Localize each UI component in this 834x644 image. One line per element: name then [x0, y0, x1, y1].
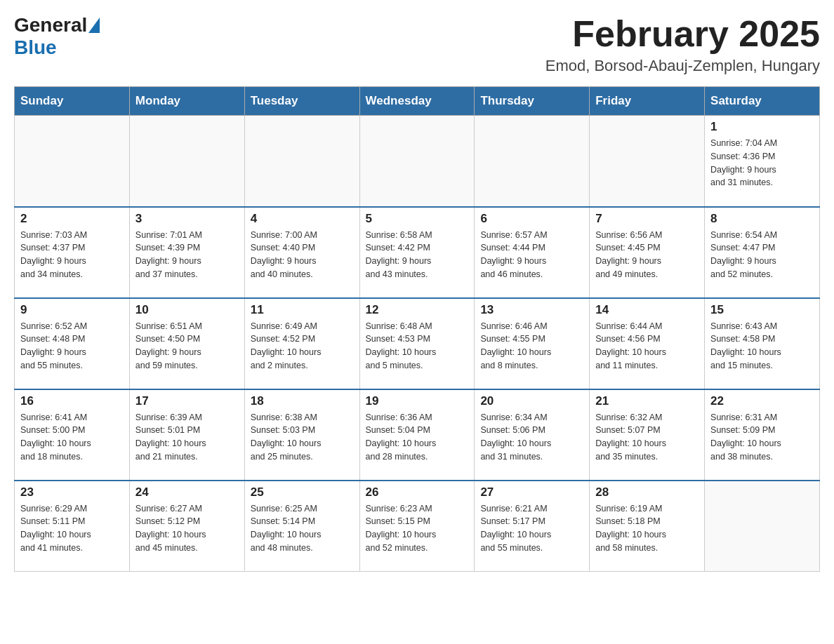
day-number: 3 [135, 212, 239, 226]
day-number: 6 [480, 212, 583, 226]
day-info: Sunrise: 6:43 AM Sunset: 4:58 PM Dayligh… [710, 320, 814, 373]
day-number: 15 [710, 303, 814, 317]
calendar-day-cell: 18Sunrise: 6:38 AM Sunset: 5:03 PM Dayli… [244, 389, 359, 481]
calendar-day-cell: 13Sunrise: 6:46 AM Sunset: 4:55 PM Dayli… [475, 298, 590, 389]
calendar-day-cell: 6Sunrise: 6:57 AM Sunset: 4:44 PM Daylig… [475, 207, 590, 298]
day-info: Sunrise: 6:58 AM Sunset: 4:42 PM Dayligh… [366, 229, 469, 281]
calendar-day-cell: 17Sunrise: 6:39 AM Sunset: 5:01 PM Dayli… [129, 389, 244, 481]
day-info: Sunrise: 6:52 AM Sunset: 4:48 PM Dayligh… [20, 320, 124, 373]
calendar-day-cell: 1Sunrise: 7:04 AM Sunset: 4:36 PM Daylig… [705, 116, 820, 207]
calendar-day-cell [590, 116, 705, 207]
calendar-day-cell: 21Sunrise: 6:32 AM Sunset: 5:07 PM Dayli… [590, 389, 705, 481]
day-number: 16 [20, 394, 124, 408]
day-info: Sunrise: 7:00 AM Sunset: 4:40 PM Dayligh… [251, 229, 354, 281]
day-info: Sunrise: 6:48 AM Sunset: 4:53 PM Dayligh… [366, 320, 469, 373]
calendar-day-header: Sunday [15, 87, 130, 116]
day-number: 8 [710, 212, 814, 226]
day-number: 22 [710, 394, 814, 408]
page-header: General Blue February 2025 Emod, Borsod-… [14, 14, 820, 75]
day-info: Sunrise: 6:31 AM Sunset: 5:09 PM Dayligh… [710, 411, 814, 464]
calendar-day-header: Monday [129, 87, 244, 116]
day-number: 18 [251, 394, 354, 408]
day-info: Sunrise: 7:04 AM Sunset: 4:36 PM Dayligh… [710, 137, 814, 189]
day-info: Sunrise: 6:34 AM Sunset: 5:06 PM Dayligh… [480, 411, 583, 464]
day-number: 25 [251, 485, 354, 499]
calendar-day-cell: 24Sunrise: 6:27 AM Sunset: 5:12 PM Dayli… [129, 481, 244, 572]
day-number: 7 [595, 212, 699, 226]
calendar-day-cell: 10Sunrise: 6:51 AM Sunset: 4:50 PM Dayli… [129, 298, 244, 389]
day-info: Sunrise: 6:44 AM Sunset: 4:56 PM Dayligh… [595, 320, 699, 373]
calendar-day-cell: 23Sunrise: 6:29 AM Sunset: 5:11 PM Dayli… [15, 481, 130, 572]
day-info: Sunrise: 6:19 AM Sunset: 5:18 PM Dayligh… [595, 502, 699, 555]
calendar-day-header: Tuesday [244, 87, 359, 116]
day-number: 10 [135, 303, 239, 317]
day-number: 9 [20, 303, 124, 317]
day-number: 19 [366, 394, 469, 408]
location-title: Emod, Borsod-Abauj-Zemplen, Hungary [545, 57, 820, 75]
day-info: Sunrise: 6:51 AM Sunset: 4:50 PM Dayligh… [135, 320, 239, 373]
day-number: 17 [135, 394, 239, 408]
day-number: 28 [595, 485, 699, 499]
day-info: Sunrise: 6:54 AM Sunset: 4:47 PM Dayligh… [710, 229, 814, 281]
calendar-day-cell: 4Sunrise: 7:00 AM Sunset: 4:40 PM Daylig… [244, 207, 359, 298]
day-info: Sunrise: 6:23 AM Sunset: 5:15 PM Dayligh… [366, 502, 469, 555]
calendar-day-cell: 27Sunrise: 6:21 AM Sunset: 5:17 PM Dayli… [475, 481, 590, 572]
calendar-day-cell: 20Sunrise: 6:34 AM Sunset: 5:06 PM Dayli… [475, 389, 590, 481]
calendar-day-cell: 5Sunrise: 6:58 AM Sunset: 4:42 PM Daylig… [359, 207, 475, 298]
calendar-day-cell: 9Sunrise: 6:52 AM Sunset: 4:48 PM Daylig… [15, 298, 130, 389]
day-number: 4 [251, 212, 354, 226]
day-info: Sunrise: 6:36 AM Sunset: 5:04 PM Dayligh… [366, 411, 469, 464]
day-info: Sunrise: 6:56 AM Sunset: 4:45 PM Dayligh… [595, 229, 699, 281]
logo-general-text: General [14, 14, 87, 36]
day-number: 5 [366, 212, 469, 226]
calendar-week-row: 1Sunrise: 7:04 AM Sunset: 4:36 PM Daylig… [15, 116, 820, 207]
day-number: 23 [20, 485, 124, 499]
day-info: Sunrise: 6:49 AM Sunset: 4:52 PM Dayligh… [251, 320, 354, 373]
calendar-day-cell: 22Sunrise: 6:31 AM Sunset: 5:09 PM Dayli… [705, 389, 820, 481]
day-number: 20 [480, 394, 583, 408]
day-info: Sunrise: 6:32 AM Sunset: 5:07 PM Dayligh… [595, 411, 699, 464]
calendar-day-cell: 25Sunrise: 6:25 AM Sunset: 5:14 PM Dayli… [244, 481, 359, 572]
calendar-day-cell [359, 116, 475, 207]
day-number: 24 [135, 485, 239, 499]
calendar-day-cell: 15Sunrise: 6:43 AM Sunset: 4:58 PM Dayli… [705, 298, 820, 389]
calendar-day-header: Wednesday [359, 87, 475, 116]
month-title: February 2025 [545, 14, 820, 54]
calendar-week-row: 9Sunrise: 6:52 AM Sunset: 4:48 PM Daylig… [15, 298, 820, 389]
day-number: 12 [366, 303, 469, 317]
day-number: 1 [710, 120, 814, 134]
calendar-week-row: 2Sunrise: 7:03 AM Sunset: 4:37 PM Daylig… [15, 207, 820, 298]
day-number: 21 [595, 394, 699, 408]
calendar-day-cell: 19Sunrise: 6:36 AM Sunset: 5:04 PM Dayli… [359, 389, 475, 481]
calendar-week-row: 23Sunrise: 6:29 AM Sunset: 5:11 PM Dayli… [15, 481, 820, 572]
calendar-day-cell: 14Sunrise: 6:44 AM Sunset: 4:56 PM Dayli… [590, 298, 705, 389]
title-area: February 2025 Emod, Borsod-Abauj-Zemplen… [545, 14, 820, 75]
calendar-day-cell [129, 116, 244, 207]
calendar-day-cell [705, 481, 820, 572]
calendar-day-cell: 8Sunrise: 6:54 AM Sunset: 4:47 PM Daylig… [705, 207, 820, 298]
logo: General Blue [14, 14, 100, 59]
day-info: Sunrise: 6:27 AM Sunset: 5:12 PM Dayligh… [135, 502, 239, 555]
calendar-header-row: SundayMondayTuesdayWednesdayThursdayFrid… [15, 87, 820, 116]
day-info: Sunrise: 7:01 AM Sunset: 4:39 PM Dayligh… [135, 229, 239, 281]
calendar-day-cell: 28Sunrise: 6:19 AM Sunset: 5:18 PM Dayli… [590, 481, 705, 572]
day-info: Sunrise: 6:39 AM Sunset: 5:01 PM Dayligh… [135, 411, 239, 464]
calendar-day-header: Friday [590, 87, 705, 116]
day-number: 2 [20, 212, 124, 226]
calendar-day-cell [244, 116, 359, 207]
day-info: Sunrise: 6:21 AM Sunset: 5:17 PM Dayligh… [480, 502, 583, 555]
calendar-day-cell: 26Sunrise: 6:23 AM Sunset: 5:15 PM Dayli… [359, 481, 475, 572]
logo-flag-icon [88, 18, 100, 33]
day-number: 14 [595, 303, 699, 317]
day-number: 11 [251, 303, 354, 317]
calendar-day-cell: 7Sunrise: 6:56 AM Sunset: 4:45 PM Daylig… [590, 207, 705, 298]
calendar-week-row: 16Sunrise: 6:41 AM Sunset: 5:00 PM Dayli… [15, 389, 820, 481]
calendar-day-cell: 16Sunrise: 6:41 AM Sunset: 5:00 PM Dayli… [15, 389, 130, 481]
calendar-day-cell: 2Sunrise: 7:03 AM Sunset: 4:37 PM Daylig… [15, 207, 130, 298]
calendar-day-cell: 3Sunrise: 7:01 AM Sunset: 4:39 PM Daylig… [129, 207, 244, 298]
calendar-day-cell [15, 116, 130, 207]
calendar-day-cell [475, 116, 590, 207]
day-info: Sunrise: 6:29 AM Sunset: 5:11 PM Dayligh… [20, 502, 124, 555]
day-info: Sunrise: 6:46 AM Sunset: 4:55 PM Dayligh… [480, 320, 583, 373]
day-info: Sunrise: 6:41 AM Sunset: 5:00 PM Dayligh… [20, 411, 124, 464]
